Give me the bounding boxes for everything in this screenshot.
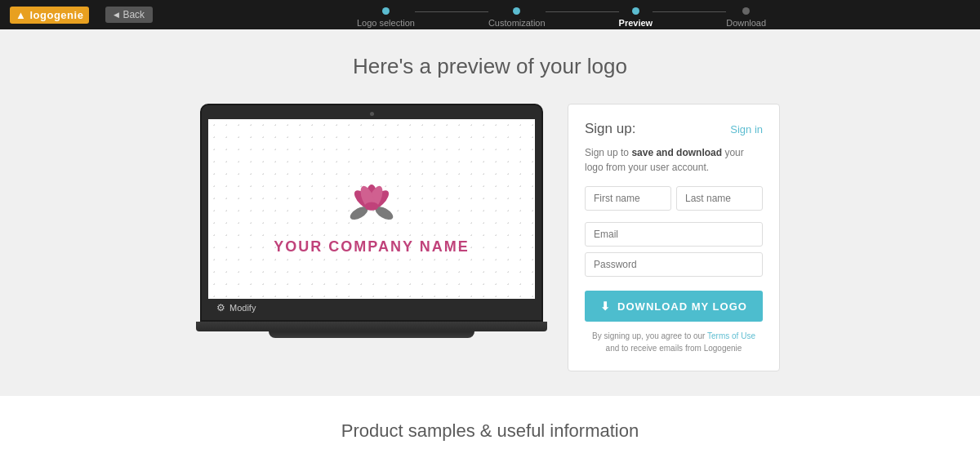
- signup-panel: Sign up: Sign in Sign up to save and dow…: [568, 104, 780, 371]
- password-input[interactable]: [585, 252, 763, 277]
- modify-bar[interactable]: ⚙ Modify: [208, 299, 535, 317]
- step-2-label: Customization: [488, 18, 546, 28]
- desc-prefix: Sign up to: [585, 147, 631, 158]
- modify-label: Modify: [229, 303, 256, 313]
- step-logo-selection: Logo selection: [357, 7, 415, 28]
- laptop-camera: [370, 112, 374, 116]
- step-4-dot: [742, 7, 750, 15]
- step-connector-3: [653, 11, 726, 12]
- email-input[interactable]: [585, 222, 763, 247]
- laptop-stand: [269, 331, 474, 338]
- step-connector-1: [415, 11, 488, 12]
- signin-link[interactable]: Sign in: [730, 123, 763, 136]
- step-1-label: Logo selection: [357, 18, 415, 28]
- progress-steps: Logo selection Customization Preview Dow…: [153, 2, 970, 28]
- desc-bold: save and download: [631, 147, 722, 158]
- step-3-label: Preview: [619, 18, 653, 28]
- preview-container: YOUR COMPANY NAME ⚙ Modify Sign up: Sign…: [98, 104, 882, 371]
- brand-logo: ▲ logogenie: [10, 7, 89, 24]
- bottom-section: Product samples & useful information Pré…: [0, 396, 980, 449]
- signup-description: Sign up to save and download your logo f…: [585, 145, 763, 175]
- step-connector-2: [546, 11, 619, 12]
- laptop-screen: YOUR COMPANY NAME: [208, 119, 535, 299]
- signup-header: Sign up: Sign in: [585, 121, 763, 137]
- terms-link[interactable]: Terms of Use: [707, 331, 755, 340]
- download-icon: ⬇: [600, 300, 611, 313]
- step-2-dot: [513, 7, 520, 15]
- step-preview: Preview: [619, 7, 653, 28]
- flower-logo-svg: [343, 180, 400, 229]
- download-button[interactable]: ⬇ DOWNLOAD MY LOGO: [585, 291, 763, 322]
- download-button-label: DOWNLOAD MY LOGO: [617, 300, 747, 313]
- laptop-base: [196, 322, 547, 331]
- laptop-body: YOUR COMPANY NAME ⚙ Modify: [200, 104, 543, 322]
- page-title: Here's a preview of your logo: [16, 54, 964, 79]
- step-download: Download: [726, 7, 766, 28]
- laptop-mockup: YOUR COMPANY NAME ⚙ Modify: [200, 104, 543, 338]
- terms-text: By signing up, you agree to our Terms of…: [585, 330, 763, 354]
- step-1-dot: [382, 7, 390, 15]
- main-section: Here's a preview of your logo: [0, 29, 980, 396]
- signup-title: Sign up:: [585, 121, 635, 137]
- logo-display-area: YOUR COMPANY NAME: [208, 119, 535, 299]
- step-customization: Customization: [488, 7, 546, 28]
- step-3-dot: [632, 7, 639, 15]
- step-4-label: Download: [726, 18, 766, 28]
- bottom-title: Product samples & useful information: [16, 420, 964, 442]
- last-name-input[interactable]: [676, 186, 763, 211]
- laptop: YOUR COMPANY NAME ⚙ Modify: [200, 104, 543, 338]
- name-row: [585, 186, 763, 211]
- back-button[interactable]: Back: [105, 7, 153, 23]
- svg-point-7: [364, 202, 378, 210]
- gear-icon: ⚙: [216, 302, 225, 313]
- header: ▲ logogenie Back Logo selection Customiz…: [0, 0, 980, 29]
- brand-name: ▲ logogenie: [10, 7, 89, 24]
- company-name-display: YOUR COMPANY NAME: [274, 238, 469, 256]
- first-name-input[interactable]: [585, 186, 671, 211]
